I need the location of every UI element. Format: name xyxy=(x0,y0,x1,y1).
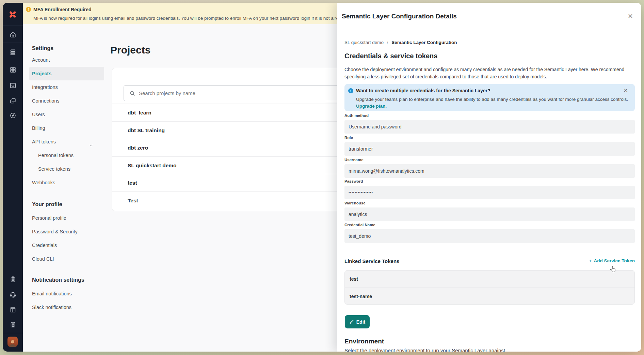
rail-divider xyxy=(3,43,23,43)
api-tokens-label: API tokens xyxy=(32,139,56,144)
project-row[interactable]: Test xyxy=(112,191,350,209)
search-input[interactable]: Search projects by name xyxy=(124,85,348,101)
explore-glyph xyxy=(9,112,17,119)
nav-item-integrations[interactable]: Integrations xyxy=(29,80,104,94)
upgrade-info-banner: i Want to create multiple credentials fo… xyxy=(344,84,635,111)
clipboard-glyph xyxy=(9,276,17,283)
desktop: { "colors": { "brand_orange": "#ff5c49",… xyxy=(0,0,644,355)
info-banner-body: Upgrade your teams plan to enterprise an… xyxy=(356,97,628,102)
field-password: Password •••••••••••••••• xyxy=(344,179,635,199)
field-value: transformer xyxy=(344,142,635,156)
breadcrumb-parent[interactable]: SL quickstart demo xyxy=(344,40,384,45)
info-close-icon[interactable]: ✕ xyxy=(624,87,628,94)
nav-item-slack-notifications[interactable]: Slack notifications xyxy=(29,300,104,314)
dbt-logo-icon xyxy=(8,10,17,19)
edit-button[interactable]: Edit xyxy=(345,315,370,328)
plus-icon: + xyxy=(589,258,592,263)
home-glyph xyxy=(9,31,17,38)
environment-description: Select the deployment environment to run… xyxy=(344,348,635,352)
breadcrumb-separator: / xyxy=(387,40,388,45)
nav-item-api-tokens[interactable]: API tokens xyxy=(29,135,104,149)
service-token-row[interactable]: test-name xyxy=(345,288,634,305)
edit-button-label: Edit xyxy=(356,319,365,325)
project-row[interactable]: test xyxy=(112,174,350,191)
nav-item-users[interactable]: Users xyxy=(29,108,104,121)
field-label: Warehouse xyxy=(344,201,635,206)
project-row[interactable]: dbt SL training xyxy=(112,121,350,139)
section-heading: Credentials & service tokens xyxy=(344,52,437,60)
settings-nav: Settings Account Projects Integrations C… xyxy=(29,44,104,314)
field-label: Username xyxy=(344,158,635,163)
user-avatar[interactable] xyxy=(7,337,18,347)
hand-cursor xyxy=(609,266,617,273)
projects-card: Search projects by name dbt_learn dbt SL… xyxy=(112,68,350,211)
support-headset-glyph xyxy=(9,291,17,298)
icon-rail xyxy=(3,3,23,352)
nav-item-account[interactable]: Account xyxy=(29,53,104,67)
field-label: Password xyxy=(344,179,635,184)
directory-icon[interactable] xyxy=(3,318,23,331)
warning-icon: ! xyxy=(26,7,31,12)
field-value: mirna.wong@fishtownanalytics.com xyxy=(344,164,635,178)
semantic-layer-panel: Semantic Layer Configuration Details ✕ S… xyxy=(337,3,641,352)
search-icon xyxy=(129,90,135,96)
nav-item-password-security[interactable]: Password & Security xyxy=(29,225,104,238)
service-tokens-list: test test-name xyxy=(344,270,635,305)
nav-item-service-tokens[interactable]: Service tokens xyxy=(29,162,104,176)
nav-item-personal-tokens[interactable]: Personal tokens xyxy=(29,149,104,162)
page-title: Projects xyxy=(110,44,150,56)
nav-item-email-notifications[interactable]: Email notifications xyxy=(29,287,104,300)
field-credential-name: Credential Name test_demo xyxy=(344,223,635,243)
dashboard-icon[interactable] xyxy=(3,63,23,77)
dbt-logo[interactable] xyxy=(3,6,23,22)
close-icon[interactable]: ✕ xyxy=(628,12,633,20)
explore-icon[interactable] xyxy=(3,109,23,122)
projects-list: dbt_learn dbt SL training dbt zero SL qu… xyxy=(112,104,350,209)
develop-icon[interactable] xyxy=(3,79,23,92)
clipboard-icon[interactable] xyxy=(3,273,23,286)
search-placeholder: Search projects by name xyxy=(139,90,195,96)
field-value: analytics xyxy=(344,207,635,221)
field-value: test_demo xyxy=(344,229,635,243)
upgrade-plan-link[interactable]: Upgrade plan. xyxy=(356,104,387,109)
nav-item-personal-profile[interactable]: Personal profile xyxy=(29,211,104,225)
deploy-glyph xyxy=(9,48,17,56)
pencil-icon xyxy=(349,320,354,324)
project-row[interactable]: dbt_learn xyxy=(112,104,350,121)
service-token-row[interactable]: test xyxy=(345,271,634,288)
project-row[interactable]: SL quickstart demo xyxy=(112,156,350,174)
home-icon[interactable] xyxy=(3,28,23,42)
nav-item-webhooks[interactable]: Webhooks xyxy=(29,176,104,189)
info-icon: i xyxy=(348,88,353,93)
field-username: Username mirna.wong@fishtownanalytics.co… xyxy=(344,158,635,178)
deploy-icon[interactable] xyxy=(3,45,23,59)
breadcrumb-current: Semantic Layer Configuration xyxy=(391,40,457,45)
nav-item-cloud-cli[interactable]: Cloud CLI xyxy=(29,252,104,266)
nav-item-billing[interactable]: Billing xyxy=(29,121,104,135)
rail-divider xyxy=(3,333,23,333)
field-value: •••••••••••••••• xyxy=(344,186,635,199)
your-profile-heading: Your profile xyxy=(29,198,104,211)
linked-service-tokens-heading: Linked Service Tokens xyxy=(344,258,399,264)
docs-icon[interactable] xyxy=(3,303,23,317)
nav-item-projects[interactable]: Projects xyxy=(29,67,104,80)
mfa-banner-title: MFA Enrollment Required xyxy=(33,7,92,12)
add-service-token-button[interactable]: +Add Service Token xyxy=(589,258,635,263)
directory-glyph xyxy=(9,321,17,328)
support-headset-icon[interactable] xyxy=(3,288,23,301)
nav-item-credentials[interactable]: Credentials xyxy=(29,238,104,252)
info-banner-title: Want to create multiple credentials for … xyxy=(356,88,490,93)
nav-item-connections[interactable]: Connections xyxy=(29,94,104,108)
field-value: Username and password xyxy=(344,120,635,134)
settings-heading: Settings xyxy=(29,44,104,53)
field-auth-method: Auth method Username and password xyxy=(344,113,635,134)
field-label: Auth method xyxy=(344,113,635,118)
field-label: Role xyxy=(344,136,635,140)
project-row[interactable]: dbt zero xyxy=(112,139,350,156)
dashboard-glyph xyxy=(9,66,17,74)
notification-settings-heading: Notification settings xyxy=(29,273,104,287)
field-role: Role transformer xyxy=(344,136,635,156)
orchestration-icon[interactable] xyxy=(3,94,23,108)
field-label: Credential Name xyxy=(344,223,635,228)
panel-title: Semantic Layer Configuration Details xyxy=(342,13,457,20)
